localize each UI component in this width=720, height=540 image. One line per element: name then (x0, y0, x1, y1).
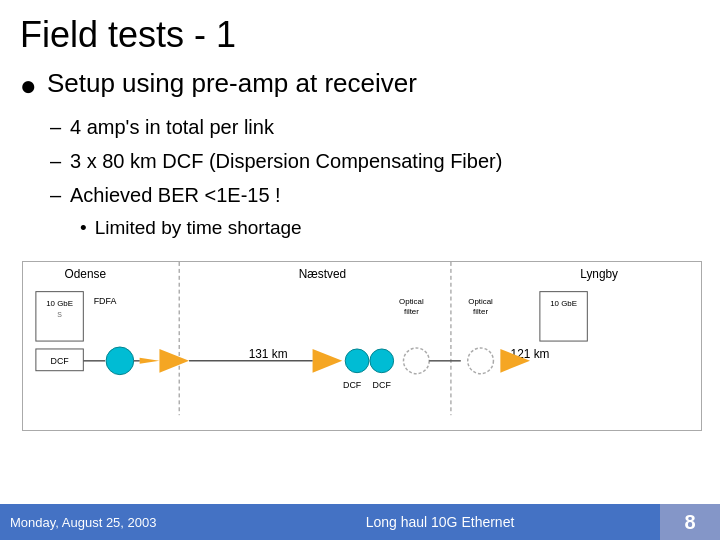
city1-label: Odense (65, 266, 107, 280)
network-diagram: Odense Næstved Lyngby 10 GbE S FDFA DCF … (22, 261, 702, 431)
dash-icon-3: – (50, 180, 62, 210)
svg-marker-10 (159, 348, 189, 372)
footer-center: Long haul 10G Ethernet (220, 504, 660, 540)
footer-page: 8 (684, 511, 695, 534)
footer: Monday, August 25, 2003 Long haul 10G Et… (0, 504, 720, 540)
svg-point-25 (468, 347, 494, 373)
sub-bullet-text-1: 4 amp's in total per link (70, 112, 274, 142)
svg-text:DCF: DCF (343, 380, 362, 390)
main-bullet: ● Setup using pre-amp at receiver (20, 68, 700, 102)
svg-point-13 (345, 348, 369, 372)
footer-title: Long haul 10G Ethernet (366, 514, 515, 530)
dash-icon-1: – (50, 112, 62, 142)
dot-icon: • (80, 214, 87, 243)
svg-text:filter: filter (473, 307, 488, 316)
svg-text:Optical: Optical (399, 297, 424, 306)
svg-text:10 GbE: 10 GbE (46, 299, 73, 308)
sub-bullet-text-2: 3 x 80 km DCF (Dispersion Compensating F… (70, 146, 502, 176)
svg-marker-9 (140, 357, 160, 363)
bullet-icon: ● (20, 70, 37, 102)
svg-point-14 (370, 348, 394, 372)
footer-right: 8 (660, 504, 720, 540)
sub-bullet-3: – Achieved BER <1E-15 ! (50, 180, 700, 210)
svg-text:S: S (57, 311, 62, 318)
svg-text:10 GbE: 10 GbE (550, 299, 577, 308)
city2-label: Næstved (299, 266, 346, 280)
svg-text:Optical: Optical (468, 297, 493, 306)
svg-text:131 km: 131 km (249, 346, 288, 360)
slide: Field tests - 1 ● Setup using pre-amp at… (0, 0, 720, 540)
svg-text:DCF: DCF (373, 380, 392, 390)
sub-sub-bullet-text: Limited by time shortage (95, 214, 302, 243)
slide-title: Field tests - 1 (20, 14, 700, 56)
svg-point-8 (106, 346, 134, 374)
footer-left: Monday, August 25, 2003 (0, 504, 220, 540)
svg-point-19 (404, 347, 430, 373)
city3-label: Lyngby (580, 266, 618, 280)
footer-date: Monday, August 25, 2003 (10, 515, 156, 530)
svg-text:filter: filter (404, 307, 419, 316)
svg-marker-12 (313, 348, 343, 372)
sub-bullet-1: – 4 amp's in total per link (50, 112, 700, 142)
sub-bullet-2: – 3 x 80 km DCF (Dispersion Compensating… (50, 146, 700, 176)
sub-bullets: – 4 amp's in total per link – 3 x 80 km … (50, 112, 700, 247)
svg-text:DCF: DCF (50, 355, 69, 365)
main-bullet-text: Setup using pre-amp at receiver (47, 68, 417, 99)
sub-bullet-text-3: Achieved BER <1E-15 ! (70, 180, 281, 210)
sub-sub-bullet: • Limited by time shortage (80, 214, 700, 243)
svg-text:FDFA: FDFA (94, 296, 117, 306)
diagram-svg: Odense Næstved Lyngby 10 GbE S FDFA DCF … (23, 262, 701, 430)
dash-icon-2: – (50, 146, 62, 176)
